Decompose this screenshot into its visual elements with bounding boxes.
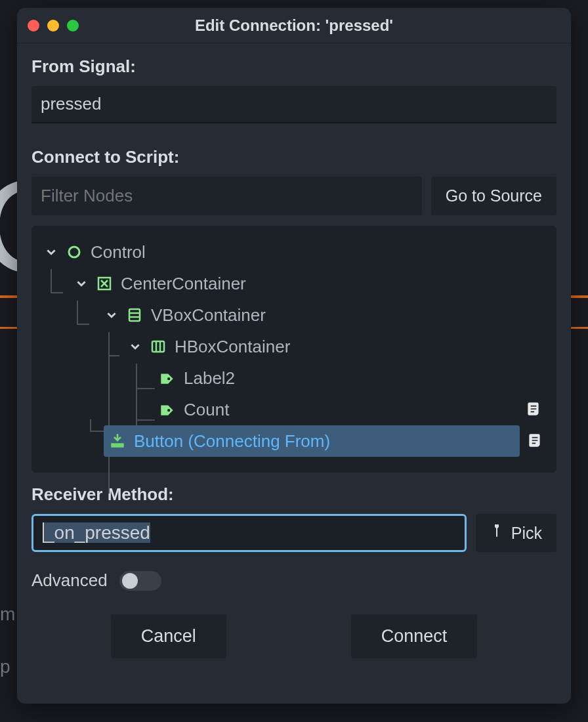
node-label: Count [184,400,229,420]
close-window-button[interactable] [28,20,39,32]
script-icon[interactable] [525,400,543,419]
node-label: Label2 [184,368,235,389]
svg-rect-5 [152,341,164,352]
titlebar: Edit Connection: 'pressed' [17,8,571,43]
expand-icon[interactable] [105,308,118,322]
edit-connection-dialog: Edit Connection: 'pressed' From Signal: … [17,8,571,704]
filter-nodes-input[interactable] [32,177,422,215]
tree-node-count[interactable]: Count [39,394,549,425]
from-signal-field[interactable] [32,86,556,123]
node-label: VBoxContainer [151,305,266,326]
from-signal-label: From Signal: [32,56,556,77]
dialog-title: Edit Connection: 'pressed' [17,16,571,35]
tree-node-label2[interactable]: Label2 [39,362,549,394]
svg-rect-2 [129,309,140,321]
svg-point-8 [167,377,170,380]
centercontainer-node-icon [96,275,113,292]
expand-icon[interactable] [129,340,142,353]
window-controls [28,20,79,32]
node-label: HBoxContainer [175,337,290,357]
node-label: CenterContainer [121,274,246,294]
maximize-window-button[interactable] [67,20,79,32]
tree-node-vboxcontainer[interactable]: VBoxContainer [39,299,549,331]
advanced-label: Advanced [32,570,108,591]
node-label: Button (Connecting From) [134,431,330,452]
go-to-source-button[interactable]: Go to Source [431,177,556,215]
receiver-method-input[interactable]: _on_pressed [32,514,467,552]
label-node-icon [159,401,176,418]
cancel-button[interactable]: Cancel [111,614,226,658]
svg-rect-10 [111,443,124,448]
vboxcontainer-node-icon [126,307,143,324]
eyedropper-icon [490,522,503,543]
node-label: Control [91,242,146,263]
tree-node-centercontainer[interactable]: CenterContainer [39,268,549,299]
background-char: p [0,656,10,677]
tree-node-button-selected[interactable]: Button (Connecting From) [104,425,520,457]
connect-to-script-label: Connect to Script: [32,147,556,167]
tree-node-hboxcontainer[interactable]: HBoxContainer [39,331,549,362]
scene-tree: Control CenterContainer [32,226,556,473]
hboxcontainer-node-icon [150,338,167,355]
pick-button[interactable]: Pick [476,514,556,552]
minimize-window-button[interactable] [47,20,59,32]
expand-icon[interactable] [75,277,88,290]
script-icon[interactable] [526,432,545,450]
svg-point-9 [167,409,170,412]
expand-icon[interactable] [45,245,58,259]
button-node-icon [109,433,126,450]
connect-button[interactable]: Connect [351,614,478,658]
tree-node-control[interactable]: Control [39,236,549,268]
background-char: m [0,604,15,625]
advanced-toggle[interactable] [119,571,161,591]
control-node-icon [66,244,83,261]
label-node-icon [159,370,176,387]
svg-point-0 [69,247,79,257]
